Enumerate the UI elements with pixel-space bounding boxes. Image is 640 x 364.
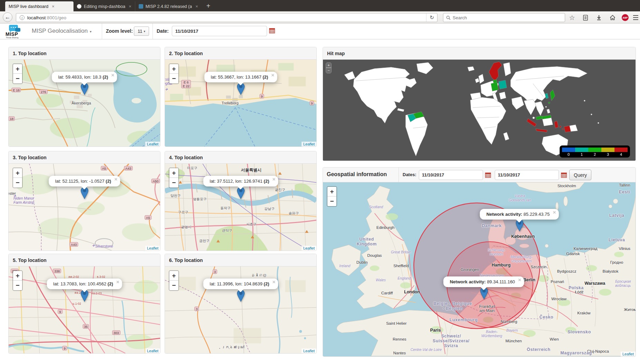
zoom-control: +− (12, 168, 23, 188)
adblock-plus-icon[interactable]: ABP (621, 13, 630, 22)
popup-close-icon[interactable]: × (116, 280, 119, 284)
home-icon[interactable] (608, 13, 617, 22)
legend-swatch (575, 148, 588, 152)
geospatial-title: Geospatial information (327, 171, 387, 178)
zoom-in-button[interactable]: + (169, 271, 178, 281)
tab-misp-released[interactable]: MISP 2.4.82 released (a × (135, 1, 201, 11)
zoom-in-button[interactable]: + (327, 187, 336, 196)
top-location-panel-1: 1. Top location +−ÅkersbergaE 1827618lat (8, 47, 160, 147)
hit-map-legend: 01234 (560, 145, 630, 158)
popup-close-icon[interactable]: × (553, 210, 556, 214)
zoom-level-value: 11 (138, 29, 142, 34)
zoom-out-button[interactable]: − (326, 68, 331, 73)
mini-map-silverstone[interactable]: +−esterNiden Manor Farm Airstrip✈✈Silver… (9, 164, 160, 251)
geospatial-map[interactable]: +−StockholmVastra Gotalands lanTallinnEe… (323, 182, 636, 356)
zoom-out-button[interactable]: − (13, 178, 22, 188)
map-popup: lat: 59.4833, lon: 18.3 (2)× (52, 72, 117, 82)
map-attribution[interactable]: Leaflet (145, 348, 160, 353)
popup-label: Network activity: (486, 212, 522, 217)
calendar-icon[interactable] (561, 172, 567, 178)
url-path: :8001/geo (46, 15, 66, 20)
mini-map-phnom-penh[interactable]: +−ភ្នំពេញក្រុងតាខ្មៅ33lat: 11.3996, lon:… (165, 266, 316, 353)
search-input[interactable] (453, 15, 549, 20)
new-tab-button[interactable]: + (201, 2, 215, 11)
popup-label: (2) (263, 74, 268, 80)
date-input[interactable] (172, 26, 267, 36)
header-divider (102, 23, 102, 39)
zoom-in-button[interactable]: + (13, 271, 22, 281)
zoom-out-button[interactable]: − (169, 74, 178, 83)
mini-map-seoul[interactable]: +−서울특별시마포구광진구양천구영등포구동작구강남구송파구구로구광명시관악구서초… (165, 164, 316, 251)
panel-title: 4. Top location (165, 151, 316, 164)
url-bar[interactable]: i localhost:8001/geo ↻ (16, 13, 437, 22)
road-badge: 9 (58, 310, 62, 314)
popup-label: (2) (108, 281, 113, 286)
browser-tab-bar: MISP live dashboard × Editing misp-dashb… (0, 0, 640, 11)
map-attribution[interactable]: Leaflet (302, 348, 316, 353)
zoom-in-button[interactable]: + (13, 64, 22, 74)
popup-close-icon[interactable]: × (111, 73, 115, 77)
mini-map-akersberga[interactable]: +−ÅkersbergaE 1827618lat: 59.4833, lon: … (9, 60, 160, 146)
mini-map-trelleborg[interactable]: +−erslätts ygfält✈TrelleborgE 6 E 2299la… (165, 60, 316, 146)
road-badge: 9 (309, 101, 314, 105)
map-attribution[interactable]: Leaflet (621, 352, 636, 356)
app-title-dropdown[interactable]: MISP Geolocalisation▾ (32, 28, 91, 34)
legend-swatch (601, 148, 614, 152)
calendar-icon[interactable] (485, 172, 491, 178)
date-to-input[interactable] (495, 170, 559, 180)
back-button[interactable]: ← (3, 12, 12, 22)
map-attribution[interactable]: Leaflet (302, 142, 316, 146)
tab-misp-live-dashboard[interactable]: MISP live dashboard × (5, 1, 73, 11)
zoom-out-button[interactable]: − (13, 74, 22, 83)
tab-close-icon[interactable]: × (129, 4, 131, 9)
browser-toolbar: ← i localhost:8001/geo ↻ ☆ ABP (0, 11, 640, 23)
zoom-in-button[interactable]: + (13, 168, 22, 178)
zoom-level-select[interactable]: 11▾ (134, 27, 149, 36)
mini-map-bangkok[interactable]: +−ตต.2-02ธ.3-02ถ.2-02ตอ.2-02ตอ.2-03ม.1-0… (9, 266, 160, 353)
popup-close-icon[interactable]: × (272, 280, 275, 284)
query-button[interactable]: Query (569, 170, 591, 180)
map-attribution[interactable]: Leaflet (145, 142, 160, 146)
road-badge: A50 (151, 179, 160, 183)
zoom-control: +− (169, 168, 179, 188)
zoom-in-button[interactable]: + (326, 63, 331, 68)
map-popup: Network activity: 89.34.111.160× (443, 276, 524, 287)
site-info-icon[interactable]: i (20, 15, 24, 20)
zoom-in-button[interactable]: + (169, 64, 178, 74)
tab-close-icon[interactable]: × (195, 4, 198, 9)
bookmarks-list-icon[interactable] (581, 13, 590, 22)
popup-label: (2) (264, 281, 269, 286)
date-from-input[interactable] (419, 170, 483, 180)
popup-text: lat: 55.3667, lon: 13.1667 (211, 74, 263, 80)
tab-close-icon[interactable]: × (52, 4, 55, 9)
menu-icon[interactable] (631, 13, 640, 22)
search-bar[interactable] (443, 13, 565, 22)
hit-map[interactable]: 01234 +− (323, 60, 636, 161)
misp-logo: MISP Threat Sharing (6, 24, 23, 38)
zoom-out-button[interactable]: − (169, 178, 178, 188)
calendar-icon[interactable] (269, 28, 275, 33)
downloads-icon[interactable] (594, 13, 603, 22)
geospatial-panel: Geospatial information Dates: Query (323, 167, 636, 357)
logo-subtitle: Threat Sharing (6, 37, 18, 39)
zoom-in-button[interactable]: + (169, 168, 178, 178)
adblock-badge: ABP (622, 14, 629, 21)
map-attribution[interactable]: Leaflet (302, 246, 316, 251)
map-attribution[interactable]: Leaflet (145, 246, 160, 251)
reload-icon[interactable]: ↻ (426, 13, 437, 22)
popup-close-icon[interactable]: × (114, 177, 117, 181)
zoom-out-button[interactable]: − (13, 281, 22, 290)
geospatial-header: Geospatial information Dates: Query (323, 168, 636, 182)
tab-editing-misp-dashboard[interactable]: Editing misp-dashboa × (73, 1, 135, 11)
popup-close-icon[interactable]: × (272, 177, 275, 181)
zoom-control: +− (326, 62, 332, 73)
road-badge: 3 (213, 270, 217, 274)
zoom-out-button[interactable]: − (169, 281, 178, 290)
popup-close-icon[interactable]: × (518, 277, 521, 282)
panel-title: 6. Top location (165, 254, 316, 266)
road-badge: 303 (112, 330, 120, 335)
zoom-out-button[interactable]: − (327, 196, 336, 206)
popup-label: (2) (106, 179, 111, 184)
popup-close-icon[interactable]: × (271, 73, 274, 77)
bookmark-star-icon[interactable]: ☆ (568, 13, 577, 22)
